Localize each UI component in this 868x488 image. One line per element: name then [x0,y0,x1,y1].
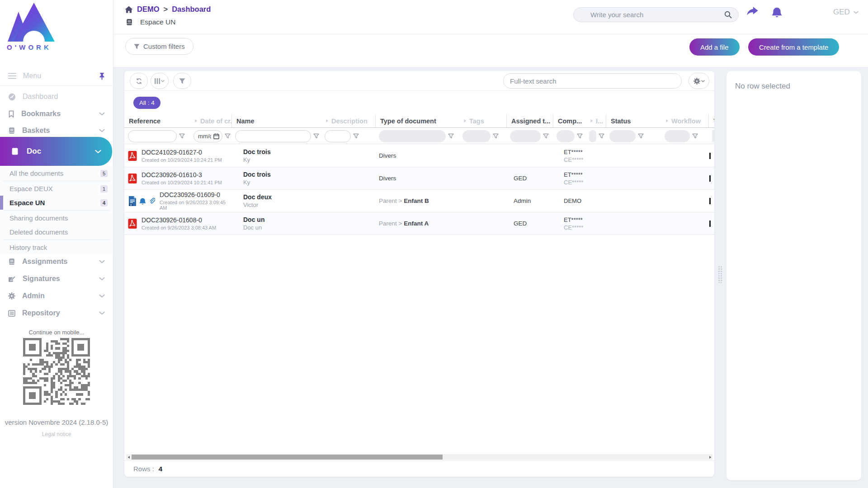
funnel-icon[interactable] [577,133,583,139]
word-doc-icon [128,196,137,206]
fulltext-search-input[interactable] [504,77,681,85]
sidebar-item-assignments[interactable]: Assignments [0,253,113,270]
columns-button[interactable] [151,73,169,89]
divider [3,210,110,211]
global-search-input[interactable] [574,11,724,19]
custom-filters-button[interactable]: Custom filters [125,38,193,55]
column-header-reference[interactable]: Reference [124,114,190,127]
reference-filter-input[interactable] [128,130,177,142]
filter-button[interactable] [173,73,191,89]
hamburger-icon [8,73,16,79]
column-header-tags[interactable]: Tags [459,114,506,127]
column-header-type[interactable]: Type of document [375,114,459,127]
version-text: version Novembre 2024 (2.18.0-5) [0,418,113,426]
table-row[interactable]: DOC230926-01608-0 Created on 9/26/2023 3… [124,212,714,235]
table-row[interactable]: DOC230926-01610-3 Created on 10/29/2024 … [124,167,714,190]
tab-all-documents[interactable]: All : 4 [133,97,160,109]
breadcrumb-home[interactable]: DEMO [137,5,160,14]
book-icon [126,19,133,26]
scrollbar-track[interactable] [131,454,708,460]
menu-toggle[interactable]: Menu [0,67,113,85]
sidebar-item-doc-active[interactable]: Doc [0,137,112,166]
scroll-right-arrow[interactable] [708,454,712,460]
sidebar-item-signatures[interactable]: Signatures [0,270,113,287]
app-logo[interactable]: O'WORK [6,2,56,52]
name-filter-input[interactable] [235,130,311,142]
panel-resize-handle[interactable] [718,266,723,283]
chevron-down-icon [99,260,105,263]
funnel-icon[interactable] [353,133,359,139]
funnel-icon[interactable] [313,133,319,139]
funnel-icon [179,78,185,84]
notifications-button[interactable] [772,6,782,18]
sidebar-item-sharing-documents[interactable]: Sharing documents [0,211,113,225]
column-header-workflow[interactable]: Workflow [661,114,708,127]
sidebar-item-dashboard[interactable]: Dashboard [0,88,113,105]
funnel-icon[interactable] [179,133,185,139]
bell-icon [772,6,782,18]
filter-tags [459,130,506,142]
funnel-icon[interactable] [692,133,698,139]
scroll-left-arrow[interactable] [126,454,131,460]
funnel-icon[interactable] [448,133,454,139]
sidebar-item-bookmarks[interactable]: Bookmarks [0,105,113,122]
book-icon [8,127,15,134]
table-row[interactable]: DOC230926-01609-0 Created on 9/26/2023 3… [124,190,714,212]
sidebar-item-repository[interactable]: Repository [0,305,113,322]
clipped-cell [708,153,714,159]
sidebar-item-deleted-documents[interactable]: Deleted documents [0,225,113,239]
scrollbar-thumb[interactable] [132,455,443,460]
detail-panel: No row selected [726,71,861,480]
sidebar-item-espace-deux[interactable]: Espace DEUX 1 [0,182,113,196]
type-filter-disabled [379,130,446,142]
legal-notice-link[interactable]: Legal notice [0,431,113,437]
search-icon[interactable] [724,11,732,19]
sidebar-item-history-track[interactable]: History track [0,240,113,254]
sidebar-item-espace-un[interactable]: Espace UN 4 [0,196,113,210]
column-header-assigned[interactable]: Assigned t... [506,114,553,127]
funnel-icon[interactable] [543,133,549,139]
documents-table-card: All : 4 Reference Date of cr... Name Des… [124,71,714,477]
column-header-i[interactable]: I... [585,114,606,127]
gear-icon [8,292,15,300]
clipped-text [709,175,711,182]
home-icon[interactable] [125,6,133,13]
user-menu-dropdown[interactable]: GED [833,8,859,17]
assigned-cell: Admin [506,197,553,204]
funnel-icon[interactable] [638,133,644,139]
funnel-icon[interactable] [493,133,499,139]
document-reference: DOC230926-01609-0 [160,191,231,198]
triangle-right-icon [665,119,669,123]
table-row[interactable]: DOC241029-01627-0 Created on 10/29/2024 … [124,145,714,167]
type-cell: Parent > Enfant A [375,220,506,227]
breadcrumb-separator: > [164,5,168,14]
column-header-description[interactable]: Description [321,114,375,127]
caret-down-icon [161,80,165,82]
sidebar-item-admin[interactable]: Admin [0,287,113,305]
create-from-template-button[interactable]: Create from a template [748,38,839,56]
refresh-button[interactable] [130,73,148,89]
pin-icon[interactable] [99,72,105,80]
horizontal-scrollbar[interactable] [126,454,712,460]
calendar-icon[interactable] [213,133,219,139]
reference-cell: DOC230926-01610-3 Created on 10/29/2024 … [124,171,231,185]
funnel-icon[interactable] [599,133,604,139]
column-header-status[interactable]: Status [606,114,661,127]
filter-description [321,130,375,142]
column-header-name[interactable]: Name [231,114,321,127]
table-settings-button[interactable] [689,73,709,89]
breadcrumb-page[interactable]: Dashboard [172,5,211,14]
column-header-date[interactable]: Date of cr... [190,114,231,127]
tags-filter-disabled [462,130,491,142]
funnel-icon [134,44,140,49]
column-header-company[interactable]: Comp... [553,114,585,127]
description-filter-input[interactable] [325,130,351,142]
company-cell: ET***** CE***** [553,149,606,163]
add-file-button[interactable]: Add a file [689,38,740,56]
clipped-cell [708,198,714,204]
reference-cell: DOC230926-01608-0 Created on 9/26/2023 3… [124,216,231,230]
funnel-icon[interactable] [225,133,231,139]
column-header-y[interactable]: Y... [708,114,714,127]
sidebar-item-all-documents[interactable]: All the documents 5 [0,166,113,180]
share-button[interactable] [746,6,759,17]
